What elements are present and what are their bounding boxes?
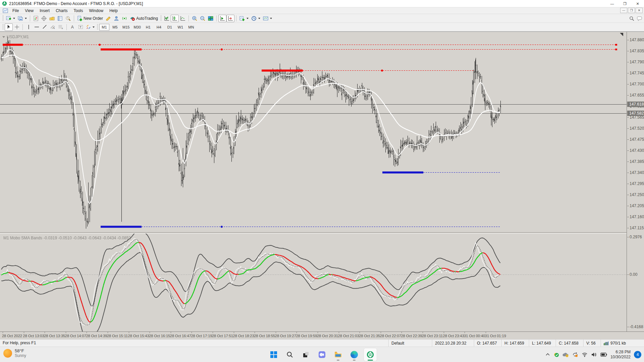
bar-chart-type-button[interactable] [163,15,171,22]
indicators-button[interactable] [238,15,250,22]
timeframe-m5[interactable]: M5 [110,24,120,31]
antivirus-icon[interactable] [553,352,559,358]
speaker-icon[interactable] [591,352,597,357]
timeframe-mn[interactable]: MN [186,24,196,31]
metaeditor-icon [106,16,111,21]
toolbar-right [629,14,642,23]
minimize-button[interactable]: — [606,0,619,7]
notification-badge[interactable]: 4 [634,351,641,358]
fibonacci-tool-button[interactable]: F [57,23,65,31]
periods-button[interactable] [250,15,262,22]
menu-bar: FileViewInsertChartsToolsWindowHelp [0,7,644,14]
time-axis-label: 28 Oct 23:11 [422,334,443,338]
trendline-icon [42,24,47,29]
templates-button[interactable] [262,15,273,22]
taskbar-clock[interactable]: 6:28 PM 10/30/2022 [610,350,631,360]
favorites-button[interactable] [48,15,56,22]
zoom-out-button[interactable] [199,15,207,22]
main-chart-canvas[interactable] [0,33,627,232]
metaeditor-button[interactable] [104,15,112,22]
timeframe-h4[interactable]: H4 [154,24,164,31]
search-taskbar-button[interactable] [283,348,296,361]
indicator-canvas[interactable] [0,234,627,331]
horizontal-line-tool-button[interactable] [33,23,41,31]
status-traffic: 970/1 kb [601,340,629,347]
new-chart-button[interactable] [5,15,16,22]
file-explorer-button[interactable] [332,348,344,361]
auto-scroll-button[interactable] [218,15,226,22]
menu-help[interactable]: Help [106,8,121,14]
time-axis[interactable]: 28 Oct 202228 Oct 13:0328 Oct 13:3528 Oc… [0,331,644,340]
terminal-button[interactable] [56,15,64,22]
candlestick-type-button[interactable] [171,15,179,22]
horizontal-line-icon [34,24,39,29]
sync-icon[interactable] [572,352,578,357]
trendline-tool-button[interactable] [41,23,49,31]
caret-icon [270,18,272,19]
edge-button[interactable] [348,348,361,361]
chart-shift-button[interactable] [226,15,234,22]
tile-windows-button[interactable] [207,15,215,22]
menu-window[interactable]: Window [86,8,107,14]
timeframe-m30[interactable]: M30 [132,24,142,31]
zoom-in-button[interactable] [191,15,199,22]
indicators-icon [239,16,245,21]
menu-file[interactable]: File [9,8,22,14]
line-chart-type-button[interactable] [179,15,187,22]
time-axis-label: 28 Oct 13:35 [44,334,65,338]
separator [236,15,236,21]
accounts-button[interactable] [112,15,120,22]
navigator-button[interactable] [40,15,48,22]
svg-text:F: F [62,27,63,29]
chat-button[interactable] [316,348,328,361]
menu-tools[interactable]: Tools [71,8,86,14]
timeframe-h1[interactable]: H1 [143,24,153,31]
crosshair-tool-button[interactable] [13,23,21,31]
menu-view[interactable]: View [22,8,37,14]
metatrader-button[interactable] [364,348,377,361]
task-view-button[interactable] [300,348,312,361]
vertical-line-tool-button[interactable] [24,23,33,31]
timeframe-w1[interactable]: W1 [175,24,185,31]
new-order-label: New Order [84,16,103,21]
timeframe-m1[interactable]: M1 [99,24,109,31]
feedback-icon[interactable] [637,16,642,21]
new-order-button[interactable]: New Order [76,15,104,22]
cursor-tool-button[interactable] [5,23,13,31]
market-watch-button[interactable] [32,15,40,22]
signals-button[interactable] [120,15,128,22]
battery-icon[interactable] [600,353,607,357]
collapse-triangle-icon[interactable] [2,36,5,38]
menu-charts[interactable]: Charts [53,8,70,14]
start-button[interactable] [267,348,280,361]
tray-chevron-icon[interactable] [545,352,550,357]
autotrading-button[interactable]: AutoTrading [128,15,159,22]
search-icon[interactable] [629,16,634,21]
status-profile[interactable]: Default [388,340,432,347]
child-restore-button[interactable]: ❐ [628,8,635,13]
price-axis[interactable]: 147.880147.835147.790147.745147.700147.6… [627,32,644,340]
strategy-tester-button[interactable] [64,15,72,22]
child-minimize-button[interactable]: — [620,8,627,13]
profiles-button[interactable] [16,15,28,22]
caret-icon [247,18,249,19]
shapes-icon [86,24,91,29]
time-axis-label: 28 Oct 17:19 [191,334,212,338]
separator [216,15,217,21]
text-tool-button[interactable]: A [68,23,76,31]
wifi-icon[interactable] [582,352,588,357]
close-button[interactable]: ✕ [631,0,644,7]
child-close-button[interactable]: ✕ [636,8,643,13]
shapes-tool-button[interactable] [85,23,96,31]
restore-button[interactable]: ❐ [619,0,631,7]
menu-insert[interactable]: Insert [37,8,53,14]
time-axis-label: 28 Oct 18:23 [233,334,254,338]
timeframe-m15[interactable]: M15 [121,24,131,31]
channel-tool-button[interactable]: E [49,23,57,31]
text-label-tool-button[interactable]: T [76,23,85,31]
svg-text:!: ! [567,355,567,357]
timeframe-d1[interactable]: D1 [165,24,175,31]
onedrive-warning-icon[interactable]: ! [562,352,569,357]
status-low: L: 147.649 [529,340,556,347]
price-marker-box: 147.582 [627,111,644,116]
